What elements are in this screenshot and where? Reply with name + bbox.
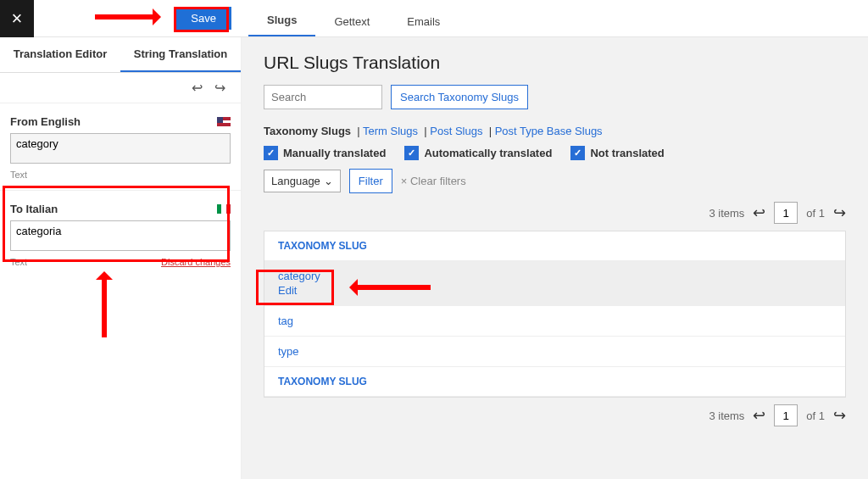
save-button[interactable]: Save: [175, 7, 231, 30]
check-icon: ✓: [570, 146, 585, 160]
discard-changes[interactable]: Discard changes: [161, 257, 231, 267]
check-icon: ✓: [264, 146, 278, 160]
link-post-slugs[interactable]: Post Slugs: [430, 125, 482, 137]
clear-filters[interactable]: × Clear filters: [401, 175, 466, 187]
redo-icon[interactable]: ↪: [214, 80, 225, 96]
language-select[interactable]: Language⌄: [264, 170, 341, 192]
table-row[interactable]: tag: [264, 306, 845, 337]
flag-us-icon: [217, 117, 231, 126]
search-taxonomy-button[interactable]: Search Taxonomy Slugs: [391, 85, 528, 109]
filter-button[interactable]: Filter: [349, 169, 392, 193]
to-field[interactable]: [10, 220, 231, 251]
from-field[interactable]: [10, 133, 231, 164]
of-total: of 1: [806, 207, 825, 220]
from-label: From English: [10, 115, 81, 128]
flag-it-icon: [217, 204, 231, 214]
undo-icon[interactable]: ↩: [192, 80, 203, 96]
table-row[interactable]: type: [264, 337, 845, 367]
page-input[interactable]: [774, 202, 798, 224]
check-icon: ✓: [404, 146, 419, 160]
edit-link[interactable]: Edit: [278, 284, 832, 297]
of-total: of 1: [806, 409, 825, 422]
slug-type-nav: Taxonomy Slugs | Term Slugs | Post Slugs…: [264, 125, 846, 137]
prev-page-icon[interactable]: ↩: [753, 406, 765, 425]
link-post-type-base-slugs[interactable]: Post Type Base Slugs: [495, 125, 603, 137]
slug-type-active: Taxonomy Slugs: [264, 125, 351, 137]
link-term-slugs[interactable]: Term Slugs: [363, 125, 418, 137]
items-count: 3 items: [709, 207, 744, 220]
tab-slugs[interactable]: Slugs: [248, 5, 315, 36]
table-row[interactable]: category Edit: [264, 261, 845, 306]
search-input[interactable]: [264, 85, 382, 109]
chk-manually[interactable]: ✓Manually translated: [264, 146, 386, 160]
to-hint: Text: [10, 257, 27, 267]
tab-string-translation[interactable]: String Translation: [120, 37, 241, 72]
next-page-icon[interactable]: ↪: [833, 203, 846, 222]
tab-emails[interactable]: Emails: [388, 7, 459, 36]
table-footer: TAXONOMY SLUG: [264, 367, 845, 397]
items-count: 3 items: [709, 409, 744, 422]
chevron-down-icon: ⌄: [324, 175, 333, 187]
table-header: TAXONOMY SLUG: [264, 231, 845, 261]
chk-not[interactable]: ✓Not translated: [570, 146, 664, 160]
chk-auto[interactable]: ✓Automatically translated: [404, 146, 552, 160]
next-page-icon[interactable]: ↪: [833, 406, 846, 425]
to-label: To Italian: [10, 203, 58, 215]
tab-gettext[interactable]: Gettext: [315, 7, 388, 36]
prev-page-icon[interactable]: ↩: [753, 203, 765, 222]
tab-translation-editor[interactable]: Translation Editor: [0, 37, 120, 72]
taxonomy-table: TAXONOMY SLUG category Edit tag type TAX…: [264, 231, 846, 398]
close-button[interactable]: ×: [0, 0, 34, 37]
page-title: URL Slugs Translation: [264, 53, 846, 73]
from-hint: Text: [10, 170, 27, 180]
page-input[interactable]: [774, 404, 798, 426]
